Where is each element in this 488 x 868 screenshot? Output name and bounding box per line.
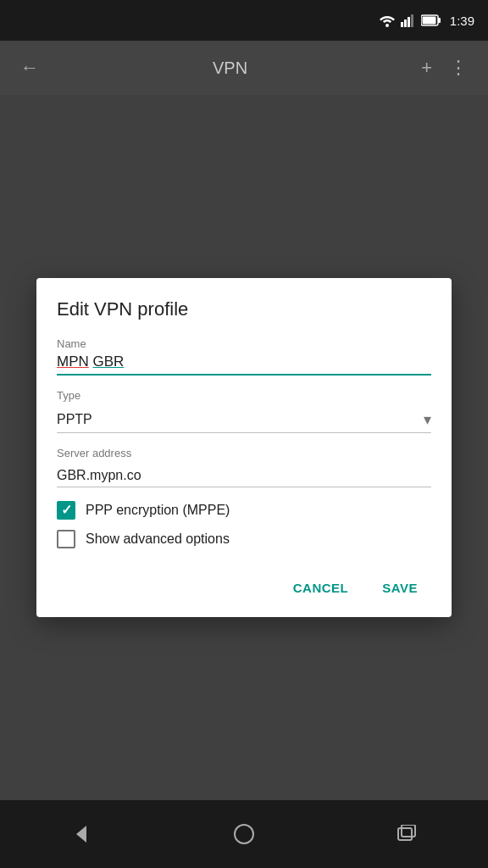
name-field[interactable]: MPN GBR	[57, 353, 431, 376]
name-part-gbr: GBR	[93, 353, 125, 370]
type-dropdown[interactable]: PPTP ▾	[57, 405, 431, 433]
show-advanced-label: Show advanced options	[86, 531, 230, 547]
nav-home-icon	[233, 823, 255, 845]
svg-point-9	[235, 825, 253, 843]
name-label: Name	[57, 337, 431, 350]
status-icons: 1:39	[379, 14, 474, 28]
show-advanced-checkbox[interactable]	[57, 530, 75, 548]
dialog-actions: CANCEL SAVE	[57, 559, 431, 604]
dialog-title: Edit VPN profile	[57, 298, 431, 320]
svg-marker-8	[76, 826, 86, 843]
name-field-container: Name MPN GBR	[57, 337, 431, 376]
add-vpn-button[interactable]: +	[414, 50, 439, 86]
svg-rect-2	[404, 19, 407, 27]
nav-back-icon	[69, 822, 93, 846]
ppp-encryption-row: ✓ PPP encryption (MPPE)	[57, 501, 431, 520]
svg-rect-7	[422, 17, 435, 25]
server-label: Server address	[57, 447, 431, 459]
type-section: Type PPTP ▾	[57, 389, 431, 433]
save-button[interactable]: SAVE	[369, 572, 431, 604]
nav-recents-button[interactable]	[381, 814, 432, 854]
nav-back-button[interactable]	[56, 814, 107, 854]
svg-rect-4	[411, 14, 413, 27]
edit-vpn-dialog: Edit VPN profile Name MPN GBR Type PPTP …	[36, 278, 452, 617]
type-label: Type	[57, 389, 431, 402]
type-value: PPTP	[57, 412, 424, 427]
nav-home-button[interactable]	[219, 814, 269, 854]
nav-bar	[0, 800, 488, 868]
svg-rect-6	[438, 18, 441, 23]
svg-rect-10	[398, 828, 412, 840]
svg-point-0	[385, 24, 389, 27]
server-section: Server address GBR.mypn.co	[57, 447, 431, 487]
show-advanced-row: Show advanced options	[57, 530, 431, 548]
more-options-button[interactable]: ⋮	[442, 50, 474, 86]
nav-recents-icon	[396, 825, 417, 843]
signal-icon	[401, 14, 416, 27]
status-time: 1:39	[450, 14, 474, 28]
svg-rect-11	[402, 825, 415, 837]
app-bar-title: VPN	[59, 58, 401, 78]
cancel-button[interactable]: CANCEL	[280, 572, 363, 604]
svg-rect-1	[401, 22, 403, 27]
app-bar: ← VPN + ⋮	[0, 41, 488, 95]
check-icon: ✓	[61, 504, 72, 517]
svg-rect-3	[408, 17, 410, 27]
battery-icon	[421, 14, 441, 26]
name-part-mpn: MPN	[57, 353, 89, 370]
status-bar: 1:39	[0, 0, 488, 41]
ppp-encryption-label: PPP encryption (MPPE)	[86, 503, 230, 518]
wifi-icon	[379, 14, 396, 27]
app-bar-actions: + ⋮	[414, 50, 474, 86]
chevron-down-icon: ▾	[424, 410, 431, 429]
back-button[interactable]: ←	[14, 50, 46, 86]
ppp-encryption-checkbox[interactable]: ✓	[57, 501, 75, 520]
server-field[interactable]: GBR.mypn.co	[57, 463, 431, 487]
dialog-overlay: Edit VPN profile Name MPN GBR Type PPTP …	[0, 95, 488, 800]
